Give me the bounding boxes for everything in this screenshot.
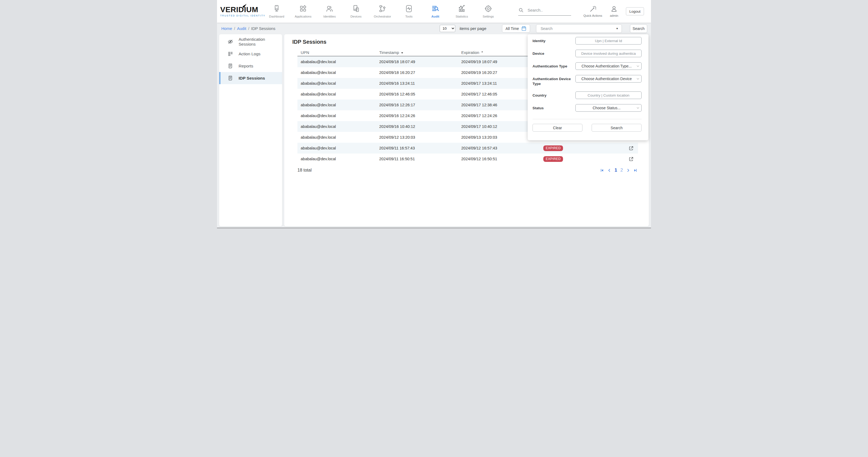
- cell-status: EXPIRED: [543, 156, 625, 162]
- search-filter-placeholder: Search: [540, 27, 616, 31]
- list-toolbar: 10 items per page All Time Search ▼ Sear…: [440, 24, 651, 33]
- filter-fields: IdentityDeviceAuthentication TypeChoose …: [532, 37, 642, 112]
- pagination-page-1[interactable]: 1: [615, 167, 617, 173]
- topnav-item-orchestrator[interactable]: Orchestrator: [369, 0, 396, 23]
- cell-upn: ababalau@dev.local: [298, 157, 379, 161]
- breadcrumb: Home/Audit/IDP Sessions: [221, 26, 275, 31]
- status-badge: EXPIRED: [543, 156, 563, 162]
- search-filter-dropdown[interactable]: Search ▼: [536, 24, 622, 33]
- topnav-item-devices[interactable]: Devices: [343, 0, 369, 23]
- column-header-upn[interactable]: UPN: [298, 50, 379, 55]
- sidebar-item-authentication-sessions[interactable]: Authentication Sessions: [219, 36, 282, 48]
- sidebar-item-reports[interactable]: Reports: [219, 60, 282, 72]
- sidebar-item-action-logs[interactable]: Action Logs: [219, 48, 282, 60]
- filter-buttons: Clear Search: [532, 124, 642, 132]
- filter-select-status[interactable]: Choose Status...: [576, 104, 642, 112]
- items-per-page-select[interactable]: 10: [440, 25, 455, 32]
- topnav-item-tools[interactable]: Tools: [396, 0, 422, 23]
- pagination-last-icon[interactable]: [633, 168, 638, 172]
- table-row[interactable]: ababalau@dev.local2024/09/11 16:57:43202…: [298, 143, 638, 154]
- filter-select-authentication-type[interactable]: Choose Authentication Type...: [576, 62, 642, 70]
- filter-input-device[interactable]: [576, 50, 642, 57]
- filter-label-authentication-type: Authentication Type: [532, 62, 575, 69]
- filter-select-authentication-device-type[interactable]: Choose Authentication Device: [576, 75, 642, 83]
- cell-upn: ababalau@dev.local: [298, 146, 379, 150]
- topnav-item-statistics[interactable]: Statistics: [448, 0, 475, 23]
- toolbar-search-button[interactable]: Search: [630, 24, 647, 33]
- pagination-first-icon[interactable]: [600, 168, 604, 172]
- cell-upn: ababalau@dev.local: [298, 135, 379, 139]
- cell-timestamp: 2024/09/16 12:26:17: [379, 103, 461, 107]
- external-link-icon[interactable]: [629, 146, 634, 151]
- table-row[interactable]: ababalau@dev.local2024/09/11 16:50:51202…: [298, 154, 638, 164]
- cell-expiration: 2024/09/12 16:50:51: [461, 157, 543, 161]
- cell-timestamp: 2024/09/11 16:57:43: [379, 146, 461, 150]
- report-icon: [227, 63, 233, 69]
- search-icon: [518, 7, 524, 13]
- filter-panel: IdentityDeviceAuthentication TypeChoose …: [528, 34, 648, 140]
- cell-timestamp: 2024/09/12 13:20:03: [379, 135, 461, 139]
- table-footer: 18 total 12: [298, 167, 638, 173]
- cell-timestamp: 2024/09/16 12:24:26: [379, 113, 461, 118]
- cell-timestamp: 2024/09/16 12:46:05: [379, 92, 461, 96]
- cell-timestamp: 2024/09/11 16:50:51: [379, 157, 461, 161]
- filter-label-identity: Identity: [532, 37, 575, 43]
- devices-icon: [352, 5, 360, 13]
- app-screen: VERIDIUM TRUSTED DIGITAL IDENTITY Dashbo…: [217, 0, 651, 228]
- breadcrumb-item-idp-sessions: IDP Sessions: [251, 26, 276, 31]
- global-search-input[interactable]: [527, 7, 567, 13]
- cell-upn: ababalau@dev.local: [298, 113, 379, 118]
- pagination-prev-icon[interactable]: [607, 168, 611, 172]
- report-icon: [227, 75, 233, 81]
- breadcrumb-item-audit[interactable]: Audit: [237, 26, 246, 31]
- time-filter-label: All Time: [505, 27, 519, 31]
- statistics-icon: [458, 5, 466, 13]
- user-label: admin: [610, 14, 618, 17]
- brand-logo[interactable]: VERIDIUM TRUSTED DIGITAL IDENTITY: [217, 6, 264, 17]
- dashboard-icon: [273, 5, 281, 13]
- pagination-page-2[interactable]: 2: [620, 167, 623, 173]
- topnav-item-settings[interactable]: Settings: [475, 0, 501, 23]
- sort-both-icon: [481, 50, 484, 55]
- filter-input-identity[interactable]: [576, 37, 642, 44]
- cell-status: EXPIRED: [543, 145, 625, 151]
- quick-actions-button[interactable]: Quick Actions: [584, 5, 602, 17]
- breadcrumb-separator: /: [248, 26, 249, 31]
- topnav-item-identities[interactable]: Identities: [316, 0, 343, 23]
- filter-label-authentication-device-type: Authentication Device Type: [532, 75, 575, 86]
- user-icon: [611, 5, 618, 12]
- applications-icon: [299, 5, 307, 13]
- user-menu[interactable]: admin: [610, 5, 618, 17]
- filter-input-country[interactable]: [576, 92, 642, 99]
- breadcrumb-separator: /: [234, 26, 235, 31]
- breadcrumb-item-home[interactable]: Home: [221, 26, 232, 31]
- chevron-down-icon: [637, 77, 640, 80]
- sort-desc-icon: [401, 51, 404, 54]
- sidebar-item-idp-sessions[interactable]: IDP Sessions: [219, 72, 282, 84]
- topnav-item-dashboard[interactable]: Dashboard: [264, 0, 290, 23]
- external-link-icon[interactable]: [629, 157, 634, 162]
- status-badge: EXPIRED: [543, 145, 563, 151]
- topbar-right: Quick Actions admin Logout: [518, 5, 651, 17]
- action-logs-icon: [227, 51, 233, 57]
- cell-upn: ababalau@dev.local: [298, 70, 379, 75]
- orchestrator-icon: [378, 5, 386, 13]
- cell-timestamp: 2024/09/16 10:40:12: [379, 124, 461, 129]
- pagination-next-icon[interactable]: [626, 168, 630, 172]
- cell-action: [625, 157, 638, 162]
- filter-label-status: Status: [532, 104, 575, 110]
- items-per-page-label: items per page: [460, 26, 486, 31]
- cell-upn: ababalau@dev.local: [298, 60, 379, 64]
- cell-timestamp: 2024/09/16 13:24:11: [379, 81, 461, 86]
- filter-label-country: Country: [532, 92, 575, 98]
- filter-search-button[interactable]: Search: [592, 124, 642, 132]
- topnav: DashboardApplicationsIdentitiesDevicesOr…: [264, 0, 501, 23]
- column-header-timestamp[interactable]: Timestamp: [379, 50, 461, 55]
- logout-button[interactable]: Logout: [626, 7, 644, 15]
- topnav-item-audit[interactable]: Audit: [422, 0, 448, 23]
- topnav-item-applications[interactable]: Applications: [290, 0, 316, 23]
- filter-clear-button[interactable]: Clear: [532, 124, 583, 132]
- time-filter-button[interactable]: All Time: [502, 24, 530, 33]
- total-count: 18 total: [298, 168, 311, 173]
- identities-icon: [326, 5, 334, 13]
